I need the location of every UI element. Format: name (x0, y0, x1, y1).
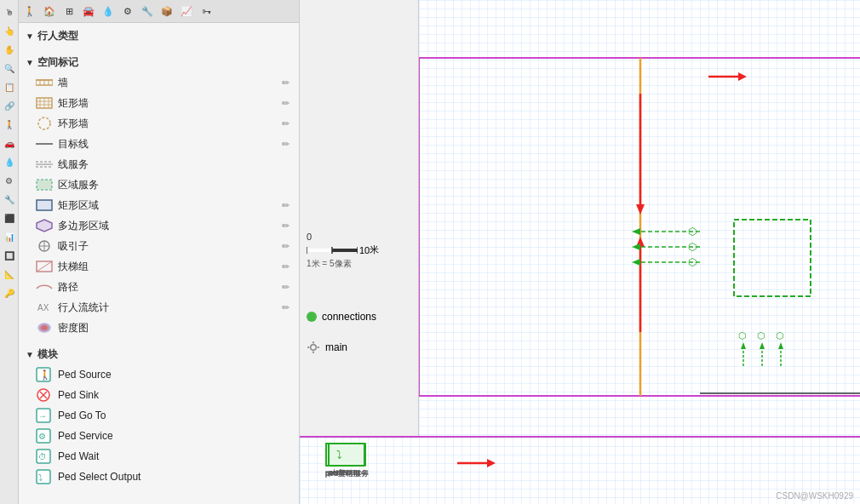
stb-grid[interactable]: ⊞ (60, 2, 78, 20)
density-icon (36, 319, 53, 336)
stb-key[interactable]: 🗝 (197, 2, 215, 20)
rect-area-label: 矩形区域 (58, 198, 278, 213)
connections-item[interactable]: connections (307, 311, 376, 323)
poly-area-icon (36, 217, 53, 234)
stb-spatial[interactable]: 🏠 (40, 2, 59, 20)
svg-marker-74 (760, 342, 765, 349)
toolbar-btn-15[interactable]: 📐 (1, 266, 18, 283)
svg-marker-55 (636, 204, 645, 215)
select-output-label: selectOutput (325, 468, 369, 477)
sidebar-item-area-service[interactable]: 区域服务 (19, 175, 299, 195)
toolbar-btn-8[interactable]: 🚗 (1, 135, 18, 152)
wall-label: 墙 (58, 76, 278, 90)
toolbar-btn-9[interactable]: 💧 (1, 153, 18, 170)
toolbar-btn-4[interactable]: 🔍 (1, 60, 18, 77)
rect-wall-edit-icon[interactable]: ✏ (278, 96, 292, 110)
svg-text:⏱: ⏱ (38, 452, 47, 461)
sidebar-item-path[interactable]: 路径 ✏ (19, 277, 299, 297)
toolbar-btn-1[interactable]: 🖱 (1, 3, 18, 20)
space-marks-header[interactable]: ▼ 空间标记 (19, 53, 299, 72)
ped-type-label: 行人类型 (37, 29, 78, 43)
escalator-edit-icon[interactable]: ✏ (278, 260, 292, 273)
toolbar-btn-11[interactable]: 🔧 (1, 191, 18, 208)
modules-header[interactable]: ▼ 模块 (19, 345, 299, 364)
rect-wall-label: 矩形墙 (58, 96, 278, 111)
canvas-top[interactable]: 0 10 米 1米 = 5像素 connections (300, 0, 860, 436)
sidebar-item-ped-sink[interactable]: Ped Sink (19, 385, 299, 405)
sidebar-item-ped-service[interactable]: ⚙ Ped Service (19, 426, 299, 446)
target-line-label: 目标线 (58, 137, 278, 152)
circle-wall-edit-icon[interactable]: ✏ (278, 117, 292, 130)
ped-select-output-icon: ⤵ (36, 468, 53, 485)
ped-stat-edit-icon[interactable]: ✏ (278, 301, 292, 314)
sidebar-item-line-service[interactable]: 线服务 (19, 154, 299, 175)
sidebar-item-wall[interactable]: 墙 ✏ (19, 72, 299, 93)
svg-line-23 (37, 261, 52, 272)
stb-car[interactable]: 🚘 (79, 2, 98, 20)
stb-chart[interactable]: 📈 (177, 2, 196, 20)
stb-more1[interactable]: 🔧 (138, 2, 157, 20)
sidebar-item-ped-stat[interactable]: AX 行人流统计 ✏ (19, 297, 299, 318)
toolbar-btn-14[interactable]: 🔲 (1, 247, 18, 264)
connections-dot (307, 312, 317, 322)
sidebar-item-ped-wait[interactable]: ⏱ Ped Wait (19, 446, 299, 467)
toolbar-btn-2[interactable]: 👆 (1, 22, 18, 39)
toolbar-btn-13[interactable]: 📊 (1, 228, 18, 245)
stb-ped-type[interactable]: 🚶 (20, 2, 39, 20)
toolbar-btn-10[interactable]: ⚙ (1, 172, 18, 189)
sidebar-item-ped-goto[interactable]: → Ped Go To (19, 405, 299, 426)
svg-text:⤵: ⤵ (38, 472, 43, 482)
sidebar-item-target-line[interactable]: 目标线 ✏ (19, 134, 299, 154)
density-label: 密度图 (58, 321, 292, 335)
sidebar-item-density[interactable]: 密度图 (19, 318, 299, 338)
main-item[interactable]: main (307, 341, 347, 354)
ped-source-icon: 🚶 (36, 366, 53, 383)
toolbar-btn-16[interactable]: 🔑 (1, 284, 18, 301)
scale-zero-label: 0 (307, 232, 379, 242)
rect-area-edit-icon[interactable]: ✏ (278, 198, 292, 212)
ped-type-header[interactable]: ▼ 行人类型 (19, 26, 299, 46)
attractor-icon (36, 238, 53, 255)
svg-marker-72 (741, 342, 746, 349)
toolbar-btn-12[interactable]: ⬛ (1, 209, 18, 226)
canvas-bottom[interactable]: enter 🚶 pedEnter 🔒 ped安检服务 🚶→ (300, 436, 860, 504)
main-gear-icon (307, 341, 320, 354)
space-marks-label: 空间标记 (37, 55, 78, 70)
svg-text:🚶: 🚶 (39, 369, 51, 381)
ped-sink-label: Ped Sink (58, 389, 292, 401)
svg-rect-17 (37, 200, 52, 210)
toolbar-btn-6[interactable]: 🔗 (1, 97, 18, 114)
toolbar-btn-3[interactable]: ✋ (1, 41, 18, 58)
attractor-edit-icon[interactable]: ✏ (278, 239, 292, 253)
stb-box[interactable]: 📦 (158, 2, 176, 20)
main-label: main (325, 341, 347, 353)
sidebar-item-ped-source[interactable]: 🚶 Ped Source (19, 364, 299, 385)
wall-edit-icon[interactable]: ✏ (278, 76, 292, 89)
svg-text:⬡: ⬡ (757, 330, 765, 341)
path-edit-icon[interactable]: ✏ (278, 280, 292, 294)
bottom-module-select-output[interactable]: ⤵ selectOutput (325, 443, 369, 477)
canvas-drawing-area[interactable]: ⬡ ⬡ ⬡ ⬡ ⬡ ⬡ (419, 0, 860, 436)
modules-arrow: ▼ (26, 350, 34, 359)
sidebar-item-escalator[interactable]: 扶梯组 ✏ (19, 256, 299, 277)
sidebar-item-ped-select-output[interactable]: ⤵ Ped Select Output (19, 467, 299, 487)
scale-ruler: 0 10 米 1米 = 5像素 (307, 232, 379, 270)
stb-gear[interactable]: ⚙ (118, 2, 137, 20)
sidebar-item-rect-wall[interactable]: 矩形墙 ✏ (19, 93, 299, 113)
sidebar-item-attractor[interactable]: 吸引子 ✏ (19, 236, 299, 256)
main-area: 0 10 米 1米 = 5像素 connections (300, 0, 860, 504)
toolbar-btn-7[interactable]: 🚶 (1, 116, 18, 133)
ped-type-arrow: ▼ (26, 32, 34, 41)
sidebar-item-circle-wall[interactable]: 环形墙 ✏ (19, 113, 299, 134)
target-line-edit-icon[interactable]: ✏ (278, 137, 292, 151)
toolbar-btn-5[interactable]: 📋 (1, 78, 18, 95)
svg-point-25 (37, 323, 51, 333)
ped-service-icon: ⚙ (36, 427, 53, 444)
sidebar-item-rect-area[interactable]: 矩形区域 ✏ (19, 195, 299, 215)
stb-drop[interactable]: 💧 (99, 2, 118, 20)
ped-select-output-label: Ped Select Output (58, 471, 292, 483)
poly-area-edit-icon[interactable]: ✏ (278, 219, 292, 232)
target-line-icon (36, 135, 53, 152)
sidebar-item-poly-area[interactable]: 多边形区域 ✏ (19, 215, 299, 236)
svg-text:⬡: ⬡ (688, 226, 697, 238)
